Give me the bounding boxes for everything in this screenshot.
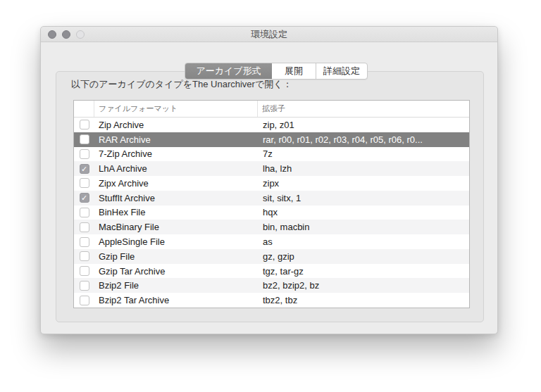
extensions-cell: lha, lzh (259, 163, 469, 174)
table-row[interactable]: BinHex Filehqx (74, 206, 469, 220)
extensions-cell: zip, z01 (259, 120, 469, 130)
checkbox-cell (74, 208, 94, 217)
archive-formats-table: ファイルフォーマット 拡張子 Zip Archivezip, z01RAR Ar… (73, 100, 470, 308)
close-button[interactable] (48, 30, 56, 39)
checkbox-cell (74, 266, 94, 276)
format-cell: MacBinary File (94, 222, 259, 232)
checkbox-unchecked[interactable] (80, 208, 89, 217)
checkbox-unchecked[interactable] (80, 281, 89, 291)
extensions-cell: zipx (259, 178, 469, 189)
checkbox-unchecked[interactable] (80, 296, 89, 305)
tab-extraction[interactable]: 展開 (272, 63, 316, 79)
window-title: 環境設定 (41, 27, 497, 42)
checkbox-cell (74, 251, 94, 261)
checkbox-cell (74, 134, 94, 144)
column-header-format[interactable]: ファイルフォーマット (94, 101, 258, 117)
format-cell: Gzip File (94, 251, 259, 262)
checkbox-cell (74, 178, 94, 188)
tab-archive-formats[interactable]: アーカイブ形式 (185, 63, 272, 79)
table-row[interactable]: Zipx Archivezipx (74, 176, 469, 191)
format-cell: Zip Archive (94, 120, 259, 130)
format-cell: Gzip Tar Archive (94, 266, 259, 277)
extensions-cell: hqx (259, 207, 469, 217)
table-row[interactable]: Gzip Tar Archivetgz, tar-gz (74, 264, 469, 279)
extensions-cell: tbz2, tbz (259, 295, 469, 305)
format-cell: Bzip2 Tar Archive (94, 295, 259, 305)
format-cell: 7-Zip Archive (94, 148, 259, 159)
table-header: ファイルフォーマット 拡張子 (74, 101, 469, 118)
intro-label: 以下のアーカイブのタイプをThe Unarchiverで開く： (71, 78, 292, 91)
format-cell: LhA Archive (94, 163, 259, 174)
extensions-cell: 7z (259, 148, 469, 159)
table-row[interactable]: Gzip Filegz, gzip (74, 249, 469, 264)
format-cell: BinHex File (94, 207, 259, 217)
checkbox-cell (74, 149, 94, 159)
checkbox-unchecked[interactable] (80, 237, 89, 247)
column-header-checkbox[interactable] (74, 101, 94, 117)
table-row[interactable]: MacBinary Filebin, macbin (74, 220, 469, 234)
checkbox-checked[interactable] (80, 164, 89, 174)
column-header-extensions[interactable]: 拡張子 (258, 101, 469, 117)
checkbox-unchecked[interactable] (80, 266, 89, 276)
table-row[interactable]: Bzip2 Filebz2, bzip2, bz (74, 278, 469, 293)
checkbox-checked[interactable] (80, 193, 89, 203)
titlebar[interactable]: 環境設定 (41, 27, 497, 42)
checkbox-unchecked[interactable] (80, 134, 89, 144)
extensions-cell: bin, macbin (259, 222, 469, 232)
format-cell: AppleSingle File (94, 236, 259, 247)
format-cell: RAR Archive (94, 134, 259, 145)
checkbox-cell (74, 164, 94, 174)
tab-bar: アーカイブ形式展開詳細設定 (185, 63, 368, 80)
format-cell: StuffIt Archive (94, 193, 259, 203)
extensions-cell: as (259, 236, 469, 247)
format-cell: Zipx Archive (94, 178, 259, 189)
traffic-lights (48, 30, 85, 39)
zoom-button[interactable] (76, 30, 85, 39)
extensions-cell: rar, r00, r01, r02, r03, r04, r05, r06, … (259, 134, 469, 145)
table-row[interactable]: StuffIt Archivesit, sitx, 1 (74, 191, 469, 206)
checkbox-unchecked[interactable] (80, 120, 89, 129)
extensions-cell: bz2, bzip2, bz (259, 280, 469, 291)
checkbox-cell (74, 237, 94, 247)
table-row[interactable]: 7-Zip Archive7z (74, 147, 469, 162)
checkbox-unchecked[interactable] (80, 251, 89, 261)
table-row[interactable]: AppleSingle Fileas (74, 234, 469, 249)
extensions-cell: tgz, tar-gz (259, 266, 469, 277)
checkbox-cell (74, 193, 94, 203)
tab-advanced[interactable]: 詳細設定 (316, 63, 367, 79)
checkbox-unchecked[interactable] (80, 222, 89, 232)
format-cell: Bzip2 File (94, 280, 259, 291)
table-row[interactable]: Zip Archivezip, z01 (74, 118, 469, 132)
table-row[interactable]: LhA Archivelha, lzh (74, 161, 469, 176)
checkbox-cell (74, 120, 94, 129)
extensions-cell: sit, sitx, 1 (259, 193, 469, 203)
checkbox-cell (74, 281, 94, 291)
checkbox-cell (74, 296, 94, 305)
checkbox-unchecked[interactable] (80, 178, 89, 188)
preferences-window: 環境設定 アーカイブ形式展開詳細設定 以下のアーカイブのタイプをThe Unar… (40, 26, 498, 334)
extensions-cell: gz, gzip (259, 251, 469, 262)
checkbox-cell (74, 222, 94, 232)
table-row[interactable]: RAR Archiverar, r00, r01, r02, r03, r04,… (74, 132, 469, 147)
table-row[interactable]: Bzip2 Tar Archivetbz2, tbz (74, 293, 469, 308)
table-body: Zip Archivezip, z01RAR Archiverar, r00, … (74, 118, 469, 308)
minimize-button[interactable] (62, 30, 70, 39)
checkbox-unchecked[interactable] (80, 149, 89, 159)
